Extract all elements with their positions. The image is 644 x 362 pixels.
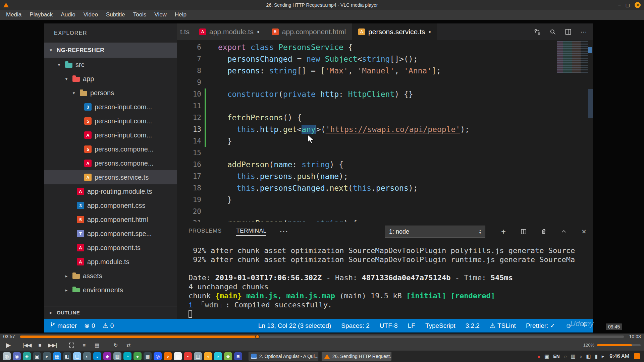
tab-t-ts[interactable]: t.ts (177, 23, 193, 40)
taskbar-app-icon[interactable]: ◍ (3, 352, 11, 360)
tree-item-person-input-com[interactable]: 5person-input.com... (44, 114, 177, 128)
close-panel-icon[interactable]: × (580, 228, 588, 236)
tree-item-app-component-html[interactable]: 5app.component.html (44, 213, 177, 227)
status-item-utf-8[interactable]: UTF-8 (380, 322, 398, 329)
playlist-button[interactable]: ▤ (92, 341, 102, 350)
fullscreen-button[interactable] (66, 341, 76, 350)
more-actions-icon[interactable]: ··· (580, 28, 587, 36)
menu-playback[interactable]: Playback (25, 10, 57, 19)
new-terminal-icon[interactable]: + (499, 228, 507, 236)
tree-item-app-component-spe[interactable]: Tapp.component.spe... (44, 227, 177, 241)
language-indicator[interactable]: EN (553, 354, 559, 359)
status-item-tslint[interactable]: ⚠TSLint (490, 322, 516, 329)
next-button[interactable]: ▶▶| (48, 341, 58, 350)
split-terminal-icon[interactable] (520, 228, 528, 236)
editor-scrollbar[interactable] (588, 89, 593, 118)
taskbar-app-icon[interactable]: ◆ (224, 352, 232, 360)
tree-item-environments[interactable]: ▸environments (44, 283, 177, 292)
taskbar-window-2-optional-angular-a-qui[interactable]: 2. Optional Angular - A Qui... (248, 352, 319, 361)
tray-icon[interactable]: ● (537, 354, 540, 359)
tree-item-src[interactable]: ▾src (44, 58, 177, 72)
seek-handle[interactable] (255, 335, 260, 339)
tree-item-app-module-ts[interactable]: Aapp.module.ts (44, 255, 177, 269)
panel-tab-terminal[interactable]: TERMINAL (236, 228, 266, 236)
taskbar-app-icon[interactable]: ◧ (63, 352, 71, 360)
status-item-spaces-2[interactable]: Spaces: 2 (341, 322, 370, 329)
tray-icon[interactable]: ▮ (595, 353, 598, 359)
menu-view[interactable]: View (150, 10, 171, 19)
seek-bar[interactable] (20, 336, 624, 338)
tree-item-app-routing-module-ts[interactable]: Aapp-routing.module.ts (44, 184, 177, 198)
taskbar-app-icon[interactable]: ▸ (43, 352, 51, 360)
play-button[interactable]: ▶ (3, 341, 13, 350)
taskbar-app-icon[interactable]: ◆ (103, 352, 111, 360)
menu-media[interactable]: Media (2, 10, 25, 19)
volume-slider[interactable] (597, 344, 641, 346)
project-root-row[interactable]: ▾ NG-REFRESHER (44, 43, 177, 58)
tree-item-app-component-ts[interactable]: Aapp.component.ts (44, 241, 177, 255)
taskbar-app-icon[interactable]: ◖ (204, 352, 212, 360)
tree-item-assets[interactable]: ▸assets (44, 269, 177, 283)
tab-app-component-html[interactable]: 5app.component.html (266, 23, 352, 40)
status-item-0[interactable]: ⚠0 (103, 322, 114, 329)
menu-video[interactable]: Video (79, 10, 102, 19)
tree-item-persons-compone[interactable]: 5persons.compone... (44, 142, 177, 156)
taskbar-app-icon[interactable]: ◎ (154, 352, 162, 360)
open-preview-icon[interactable] (549, 28, 556, 36)
volume-control[interactable]: 120% (583, 343, 641, 348)
panel-more-icon[interactable]: ··· (280, 228, 288, 235)
stop-button[interactable]: ■ (35, 341, 45, 350)
previous-button[interactable]: |◀◀ (22, 341, 32, 350)
video-area[interactable]: EXPLORER ▾ NG-REFRESHER ▾src▾app▾persons… (0, 20, 644, 334)
maximize-panel-icon[interactable] (560, 228, 568, 236)
taskbar-app-icon[interactable]: ◉ (13, 352, 21, 360)
tree-item-person-input-com[interactable]: 3person-input.com... (44, 100, 177, 114)
tree-item-persons-compone[interactable]: Apersons.compone... (44, 156, 177, 170)
taskbar-app-icon[interactable]: ◙ (234, 352, 242, 360)
outline-section[interactable]: ▸ OUTLINE (44, 306, 177, 319)
tray-icon[interactable]: ♪ (580, 354, 582, 359)
kill-terminal-icon[interactable] (540, 228, 548, 236)
status-item-3-2-2[interactable]: 3.2.2 (466, 322, 480, 329)
tree-item-person-input-com[interactable]: Aperson-input.com... (44, 128, 177, 142)
tray-icon[interactable]: ▥ (571, 353, 576, 359)
taskbar-app-icon[interactable]: ▣ (33, 352, 41, 360)
open-changes-icon[interactable] (534, 28, 541, 36)
taskbar-app-icon[interactable]: ● (133, 352, 142, 360)
status-item-typescript[interactable]: TypeScript (425, 322, 455, 329)
tray-icon[interactable]: ◌ (564, 354, 567, 359)
tray-icon[interactable]: ◧ (586, 353, 591, 359)
tree-item-app-component-css[interactable]: 3app.component.css (44, 198, 177, 213)
menu-subtitle[interactable]: Subtitle (102, 10, 129, 19)
loop-button[interactable]: ↻ (111, 341, 121, 350)
taskbar-app-icon[interactable]: ▨ (174, 352, 182, 360)
menu-audio[interactable]: Audio (57, 10, 79, 19)
clock[interactable]: 9:46 AM (609, 353, 629, 359)
minimize-button[interactable]: − (618, 2, 621, 8)
code-editor[interactable]: 6export class PersonsService {7 personsC… (177, 40, 593, 222)
tree-item-persons[interactable]: ▾persons (44, 86, 177, 100)
status-item-lf[interactable]: LF (408, 322, 415, 329)
status-item-0[interactable]: ⊗0 (84, 322, 95, 329)
taskbar-app-icon[interactable]: ◈ (23, 352, 31, 360)
taskbar-app-icon[interactable]: ◔ (123, 352, 131, 360)
status-item-master[interactable]: master (50, 322, 77, 329)
taskbar-app-icon[interactable]: ◫ (194, 352, 202, 360)
terminal-selector[interactable]: 1: node ▴▾ (385, 226, 485, 238)
taskbar-window-26-sending-http-request[interactable]: 26. Sending HTTP Request... (321, 352, 392, 361)
close-button[interactable]: ✕ (635, 2, 641, 8)
minimap[interactable] (557, 41, 588, 73)
taskbar-app-icon[interactable]: ▢ (73, 352, 81, 360)
status-item-ln-13-col-22-3-selected[interactable]: Ln 13, Col 22 (3 selected) (258, 322, 331, 329)
terminal-output[interactable]: 92% after chunk asset optimization Sourc… (177, 241, 593, 318)
taskbar-app-icon[interactable]: ▪ (184, 352, 192, 360)
tray-icon[interactable]: ▣ (544, 353, 549, 359)
panel-tab-problems[interactable]: PROBLEMS (189, 228, 221, 236)
tab-app-module-ts[interactable]: Aapp.module.ts● (193, 23, 266, 40)
extended-settings-button[interactable]: ≡ (79, 341, 89, 350)
taskbar-app-icon[interactable]: ◗ (214, 352, 222, 360)
workspace-switcher[interactable] (634, 353, 640, 359)
menu-tools[interactable]: Tools (129, 10, 151, 19)
taskbar-app-icon[interactable]: ▩ (144, 352, 152, 360)
tab-persons-service-ts[interactable]: Apersons.service.ts● (352, 23, 437, 40)
